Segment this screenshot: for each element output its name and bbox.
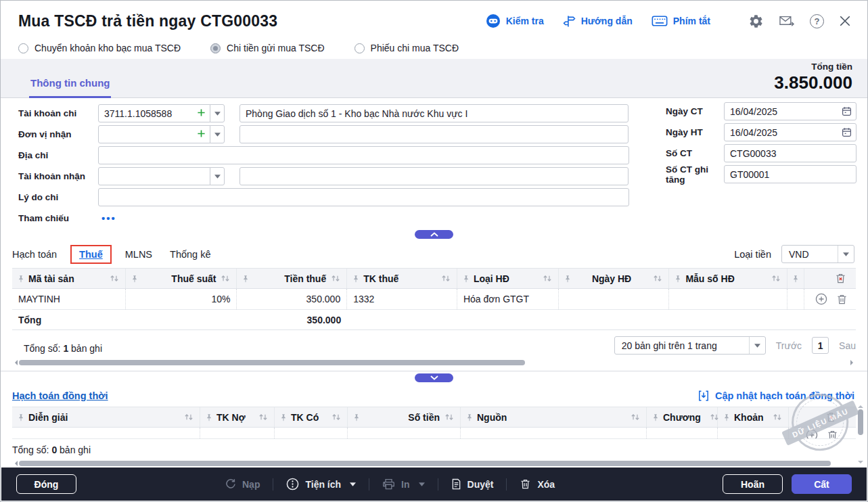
add-row-icon[interactable]	[815, 293, 827, 305]
sort-icon[interactable]	[772, 413, 783, 421]
approve-button[interactable]: Duyệt	[451, 478, 494, 490]
sort-icon[interactable]	[330, 275, 341, 282]
scroll-up-arrow[interactable]	[858, 403, 863, 408]
dropdown-caret[interactable]	[210, 125, 225, 143]
prev-page-button[interactable]: Trước	[776, 340, 802, 351]
sort-icon[interactable]	[183, 413, 194, 421]
gear-icon[interactable]	[748, 14, 764, 29]
pin-icon[interactable]	[652, 413, 659, 421]
scrollbar-track[interactable]	[19, 461, 856, 466]
radio-chi-tien-gui[interactable]: Chi tiền gửi mua TSCĐ	[210, 43, 325, 53]
calendar-icon[interactable]	[842, 106, 852, 116]
sort-icon[interactable]	[258, 413, 269, 421]
add-icon[interactable]	[197, 108, 206, 117]
print-button[interactable]: In	[382, 478, 424, 490]
column-header-pin[interactable]	[787, 269, 804, 288]
pin-icon[interactable]	[353, 413, 360, 421]
update-simul-link[interactable]: Cập nhật hạch toán đồng thời	[698, 390, 854, 401]
reference-more-icon[interactable]: •••	[101, 212, 116, 224]
delete-button[interactable]: Xóa	[520, 478, 555, 490]
pin-icon[interactable]	[352, 275, 359, 283]
cell-tk-thue[interactable]: 1332	[347, 289, 457, 309]
dropdown-caret[interactable]	[210, 104, 225, 122]
pin-icon[interactable]	[18, 275, 24, 283]
sort-icon[interactable]	[542, 275, 553, 282]
scrollbar-track[interactable]	[19, 360, 849, 365]
tab-hach-toan[interactable]: Hạch toán	[12, 249, 57, 260]
column-header-dien-giai[interactable]: Diễn giải	[12, 407, 200, 427]
tab-thue[interactable]: Thuế	[70, 245, 112, 264]
sort-icon[interactable]	[109, 275, 120, 282]
pin-icon[interactable]	[206, 413, 212, 421]
column-header-tk-thue[interactable]: TK thuế	[347, 269, 457, 288]
tab-mlns[interactable]: MLNS	[125, 249, 152, 260]
column-header-mau-so-hd[interactable]: Mẫu số HĐ	[669, 269, 787, 288]
current-page-box[interactable]: 1	[812, 337, 829, 354]
sort-icon[interactable]	[630, 413, 641, 421]
sort-icon[interactable]	[444, 413, 455, 421]
radio-chuyen-khoan-kho-bac[interactable]: Chuyển khoản kho bạc mua TSCĐ	[18, 43, 181, 53]
receiver-unit-input[interactable]	[98, 125, 210, 143]
scroll-left-arrow[interactable]	[12, 461, 18, 466]
radio-phieu-chi[interactable]: Phiếu chi mua TSCĐ	[355, 43, 459, 53]
sort-icon[interactable]	[771, 275, 781, 282]
calendar-icon[interactable]	[842, 127, 852, 137]
delete-row-icon[interactable]	[836, 294, 848, 305]
pin-icon[interactable]	[131, 275, 138, 283]
cell-ma-tai-san[interactable]: MAYTINH	[12, 289, 126, 309]
add-row-icon[interactable]	[806, 429, 818, 439]
simul-accounting-link[interactable]: Hạch toán đồng thời	[12, 390, 108, 401]
cell-tien-thue[interactable]: 350.000	[237, 289, 347, 309]
receive-account-input[interactable]	[98, 167, 210, 185]
receive-account-desc-input[interactable]	[239, 167, 629, 185]
column-header-ngay-hd[interactable]: Ngày HĐ	[559, 269, 670, 288]
pay-account-desc-input[interactable]	[239, 104, 629, 122]
sort-icon[interactable]	[220, 275, 231, 282]
tab-thong-ke[interactable]: Thống kê	[170, 249, 210, 260]
cell-ngay-hd[interactable]	[559, 289, 670, 309]
column-header-ma-tai-san[interactable]: Mã tài sản	[12, 269, 126, 288]
help-icon[interactable]: ?	[810, 14, 824, 28]
currency-select[interactable]: VND	[781, 245, 854, 263]
column-header-chuong[interactable]: Chương	[647, 407, 718, 427]
reload-button[interactable]: Nạp	[225, 478, 260, 490]
pin-icon[interactable]	[280, 413, 287, 421]
dropdown-caret[interactable]	[210, 167, 225, 185]
delete-row-icon[interactable]	[827, 430, 838, 440]
add-icon[interactable]	[197, 129, 206, 138]
pin-icon[interactable]	[242, 275, 249, 283]
column-header-tk-co[interactable]: TK Có	[275, 407, 348, 427]
receiver-unit-desc-input[interactable]	[239, 125, 629, 143]
scrollbar-thumb[interactable]	[19, 360, 525, 365]
close-icon[interactable]	[839, 15, 851, 27]
postpone-button[interactable]: Hoãn	[723, 474, 783, 494]
scroll-right-arrow[interactable]	[850, 360, 856, 365]
column-header-tk-no[interactable]: TK Nợ	[200, 407, 275, 427]
next-page-button[interactable]: Sau	[839, 340, 856, 351]
doc-date-input[interactable]	[724, 102, 856, 120]
pay-account-input[interactable]	[98, 104, 210, 122]
sort-icon[interactable]	[652, 275, 663, 282]
scroll-left-arrow[interactable]	[12, 360, 18, 365]
collapse-form-button[interactable]	[415, 230, 453, 239]
cell-thue-suat[interactable]: 10%	[126, 289, 237, 309]
pin-icon[interactable]	[18, 413, 24, 421]
column-header-thue-suat[interactable]: Thuế suất	[126, 269, 237, 288]
address-input[interactable]	[98, 146, 629, 164]
column-header-nguon[interactable]: Nguồn	[461, 407, 647, 427]
scrollbar-thumb[interactable]	[858, 409, 863, 435]
delete-all-rows-icon[interactable]	[835, 273, 846, 284]
sort-icon[interactable]	[331, 413, 342, 421]
cell-loai-hd[interactable]: Hóa đơn GTGT	[457, 289, 559, 309]
tab-thong-tin-chung[interactable]: Thông tin chung	[29, 77, 111, 98]
scrollbar-thumb[interactable]	[19, 461, 831, 466]
sort-icon[interactable]	[440, 275, 451, 282]
payment-reason-input[interactable]	[98, 188, 629, 206]
scroll-down-arrow[interactable]	[858, 461, 863, 466]
pin-icon[interactable]	[723, 413, 730, 421]
check-link[interactable]: Kiểm tra	[486, 14, 544, 28]
pin-icon[interactable]	[463, 275, 470, 283]
column-header-loai-hd[interactable]: Loại HĐ	[457, 269, 559, 288]
pin-icon[interactable]	[466, 413, 473, 421]
column-header-khoan[interactable]: Khoản	[718, 407, 789, 427]
